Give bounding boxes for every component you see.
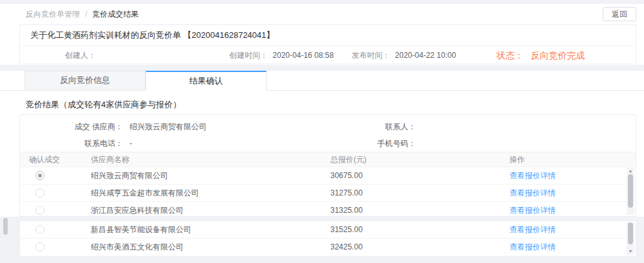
status-label: 状态： [497,50,524,60]
confirm-cell [20,206,84,215]
scroll-up-icon[interactable]: ▲ [629,168,633,174]
total-price-cell: 30675.00 [323,171,503,180]
breadcrumb-current: 竞价成交结果 [92,9,138,20]
view-quote-detail-link[interactable]: 查看报价详情 [509,206,556,215]
scrollbar-fragment [3,218,8,235]
table-body-bottom: 新昌县智美节能设备有限公司31525.00查看报价详情绍兴市美酒五文化有限公司3… [20,221,636,255]
scrollbar-thumb[interactable] [628,174,633,208]
table-scrollbar[interactable]: ▼ [627,222,634,255]
supplier-name-cell: 新昌县智美节能设备有限公司 [84,224,323,235]
action-cell: 查看报价详情 [503,242,636,253]
table-row: 绍兴咸亨五金超市发展有限公司31275.00查看报价详情 [20,184,636,201]
supplier-name-cell: 绍兴咸亨五金超市发展有限公司 [84,188,323,199]
col-supplier: 供应商名称 [84,154,323,165]
confirm-cell [20,188,84,198]
winner-info: 成交 供应商： 绍兴致云商贸有限公司 联系人： 联系电话： - 手机号码： [20,115,636,152]
back-button[interactable]: 返回 [603,7,636,21]
confirm-radio[interactable] [35,242,44,251]
status-badge: 反向竞价完成 [531,50,585,60]
action-cell: 查看报价详情 [503,205,636,216]
contact-label: 联系人： [361,122,416,132]
confirm-cell [20,242,84,252]
winner-info-row: 联系电话： - 手机号码： [20,135,636,152]
supplier-name-cell: 浙江昌安应急科技有限公司 [84,205,323,216]
total-price-cell: 32425.00 [323,242,503,251]
confirm-radio[interactable] [35,206,44,215]
status-field: 状态： 反向竞价完成 [497,46,585,65]
tab-result-confirm[interactable]: 结果确认 [146,71,267,91]
result-box: 成交 供应商： 绍兴致云商贸有限公司 联系人： 联系电话： - 手机号码： 确认… [19,114,636,217]
table-row: 新昌县智美节能设备有限公司31525.00查看报价详情 [20,221,636,238]
publish-time-label: 发布时间： [352,51,390,60]
view-quote-detail-link[interactable]: 查看报价详情 [509,188,556,197]
page-header: 反向竞价单管理 / 竞价成交结果 返回 关于化工黄酒药剂实训耗材的反向竞价单 【… [0,4,644,65]
col-total: 总报价(元) [323,154,503,165]
result-section-title: 竞价结果（成交轮有4家供应商参与报价） [26,99,644,111]
col-confirm: 确认成交 [20,154,84,165]
table-header: 确认成交 供应商名称 总报价(元) 操作 [20,152,636,167]
winner-supplier-value: 绍兴致云商贸有限公司 [129,122,361,132]
view-quote-detail-link[interactable]: 查看报价详情 [509,225,556,234]
create-time-value: 2020-04-16 08:58 [272,51,334,60]
table-body-top: 绍兴致云商贸有限公司30675.00查看报价详情绍兴咸亨五金超市发展有限公司31… [20,167,636,217]
scroll-down-icon[interactable]: ▼ [629,248,633,255]
supplier-name-cell: 绍兴市美酒五文化有限公司 [84,242,323,253]
total-price-cell: 31325.00 [323,206,503,215]
tab-reverse-auction-info[interactable]: 反向竞价信息 [24,71,146,90]
winner-supplier-label: 成交 供应商： [20,122,123,132]
view-quote-detail-link[interactable]: 查看报价详情 [509,171,556,180]
confirm-radio[interactable] [35,188,44,197]
confirm-cell [20,225,84,235]
total-price-cell: 31275.00 [323,188,503,197]
order-meta: 创建人： 创建时间： 2020-04-16 08:58 发布时间： 2020-0… [20,46,636,64]
order-card: 关于化工黄酒药剂实训耗材的反向竞价单 【2020041628724041】 创建… [19,24,636,64]
action-cell: 查看报价详情 [503,188,636,199]
order-title: 关于化工黄酒药剂实训耗材的反向竞价单 【2020041628724041】 [20,25,636,46]
phone-value: - [129,139,361,148]
publish-time-value: 2020-04-22 10:00 [395,51,456,60]
mobile-label: 手机号码： [361,138,416,149]
tab-bar: 反向竞价信息 结果确认 [0,71,644,91]
breadcrumb-parent[interactable]: 反向竞价单管理 [26,9,80,20]
table-scrollbar[interactable]: ▲ [627,168,634,215]
table-row: 绍兴致云商贸有限公司30675.00查看报价详情 [20,167,636,184]
winner-info-row: 成交 供应商： 绍兴致云商贸有限公司 联系人： [20,118,636,135]
create-time-field: 创建时间： 2020-04-16 08:58 [229,46,334,64]
supplier-name-cell: 绍兴致云商贸有限公司 [84,170,323,181]
confirm-radio[interactable] [35,225,44,234]
col-action: 操作 [503,154,636,165]
result-box-continued: 新昌县智美节能设备有限公司31525.00查看报价详情绍兴市美酒五文化有限公司3… [19,221,636,257]
confirm-cell [20,171,84,181]
create-time-label: 创建时间： [229,51,268,60]
publish-time-field: 发布时间： 2020-04-22 10:00 [352,46,456,64]
table-row: 绍兴市美酒五文化有限公司32425.00查看报价详情 [20,238,636,255]
creator-field: 创建人： [65,46,99,64]
total-price-cell: 31525.00 [323,225,503,234]
breadcrumb-bar: 反向竞价单管理 / 竞价成交结果 返回 [0,4,644,24]
view-quote-detail-link[interactable]: 查看报价详情 [509,242,556,251]
phone-label: 联系电话： [20,138,123,149]
action-cell: 查看报价详情 [503,224,636,235]
table-row: 浙江昌安应急科技有限公司31325.00查看报价详情 [20,201,636,217]
creator-label: 创建人： [65,51,96,60]
stitch-band: 新昌县智美节能设备有限公司31525.00查看报价详情绍兴市美酒五文化有限公司3… [0,217,644,263]
breadcrumb-separator: / [85,10,87,19]
scrollbar-thumb[interactable] [628,222,633,244]
action-cell: 查看报价详情 [503,170,636,181]
confirm-radio[interactable] [35,171,44,180]
